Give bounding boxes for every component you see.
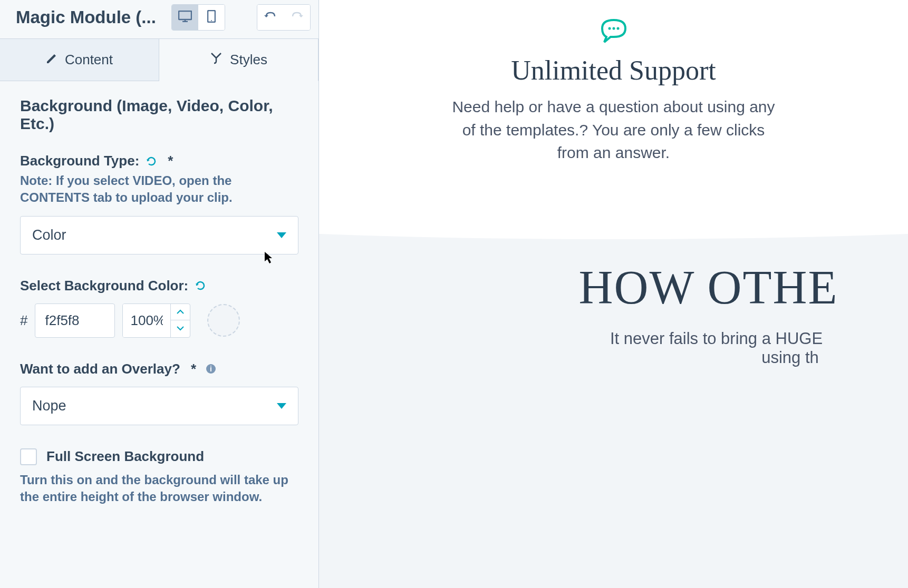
desktop-view-button[interactable] — [172, 5, 198, 30]
tabs: Content Styles — [0, 38, 318, 81]
feature-description: Need help or have a question about using… — [445, 95, 783, 164]
preview-hero-section: HOW OTHE It never fails to bring a HUGE … — [319, 191, 908, 589]
bg-type-label: Background Type: * — [20, 153, 173, 169]
bg-type-select[interactable]: Color — [20, 216, 298, 254]
opacity-input[interactable] — [123, 304, 170, 337]
bg-color-label-text: Select Background Color: — [20, 278, 188, 294]
fullscreen-label: Full Screen Background — [46, 448, 204, 465]
svg-point-9 — [616, 27, 619, 30]
hero-desc-line2: using th — [693, 348, 887, 367]
info-icon[interactable]: i — [206, 364, 216, 374]
required-asterisk: * — [168, 153, 173, 169]
opacity-stepper — [170, 304, 190, 337]
svg-point-4 — [211, 20, 212, 21]
svg-point-8 — [612, 27, 615, 30]
preview-feature-block: Unlimited Support Need help or have a qu… — [319, 0, 908, 191]
opacity-input-wrap — [122, 303, 190, 338]
section-title: Background (Image, Video, Color, Etc.) — [20, 97, 298, 133]
desktop-icon — [178, 11, 192, 24]
hex-input[interactable] — [35, 303, 115, 338]
bg-type-note: Note: If you select VIDEO, open the CONT… — [20, 172, 298, 207]
preview-pane: Unlimited Support Need help or have a qu… — [319, 0, 908, 588]
tab-content[interactable]: Content — [0, 38, 159, 81]
styles-panel: Background (Image, Video, Color, Etc.) B… — [0, 81, 318, 588]
color-swatch[interactable] — [207, 304, 240, 337]
undo-icon — [264, 11, 277, 24]
hero-heading: HOW OTHE — [530, 260, 887, 315]
chat-bubble-icon — [351, 16, 876, 45]
hash-symbol: # — [20, 312, 27, 329]
fullscreen-field: Full Screen Background Turn this on and … — [20, 448, 298, 506]
bg-type-value: Color — [32, 227, 66, 243]
reset-icon[interactable] — [195, 280, 206, 291]
overlay-select[interactable]: Nope — [20, 387, 298, 425]
overlay-field: Want to add an Overlay? * i Nope — [20, 361, 298, 425]
bg-color-label: Select Background Color: — [20, 278, 206, 294]
feature-title: Unlimited Support — [351, 55, 876, 86]
tab-styles-label: Styles — [230, 52, 267, 68]
chevron-down-icon — [277, 232, 286, 238]
pencil-icon — [46, 52, 57, 68]
tab-styles[interactable]: Styles — [159, 38, 318, 81]
overlay-value: Nope — [32, 398, 66, 414]
overlay-label-text: Want to add an Overlay? — [20, 361, 180, 377]
fullscreen-note: Turn this on and the background will tak… — [20, 472, 298, 506]
background-type-field: Background Type: * Note: If you select V… — [20, 153, 298, 254]
redo-icon — [291, 11, 303, 24]
brush-icon — [210, 52, 223, 68]
device-toggle — [171, 4, 225, 31]
hero-desc-line1: It never fails to bring a HUGE — [546, 329, 887, 348]
reset-icon[interactable] — [146, 155, 157, 167]
background-color-field: Select Background Color: # — [20, 278, 298, 338]
overlay-label: Want to add an Overlay? * i — [20, 361, 216, 377]
color-row: # — [20, 303, 298, 338]
mobile-icon — [207, 10, 216, 25]
undo-redo-group — [257, 4, 311, 31]
editor-sidebar: Magic Module (... — [0, 0, 319, 588]
sidebar-header: Magic Module (... — [0, 0, 318, 38]
tab-content-label: Content — [65, 52, 113, 68]
module-title: Magic Module (... — [16, 7, 161, 27]
required-asterisk: * — [191, 361, 196, 377]
svg-point-7 — [608, 27, 611, 30]
fullscreen-checkbox-row: Full Screen Background — [20, 448, 298, 465]
mobile-view-button[interactable] — [198, 5, 225, 30]
fullscreen-checkbox[interactable] — [20, 448, 37, 465]
undo-button[interactable] — [257, 5, 284, 30]
redo-button[interactable] — [284, 5, 310, 30]
bg-type-label-text: Background Type: — [20, 153, 139, 169]
svg-text:i: i — [210, 365, 212, 373]
chevron-down-icon — [277, 403, 286, 409]
step-up-button[interactable] — [171, 304, 190, 320]
step-down-button[interactable] — [171, 320, 190, 337]
svg-rect-0 — [179, 11, 191, 19]
